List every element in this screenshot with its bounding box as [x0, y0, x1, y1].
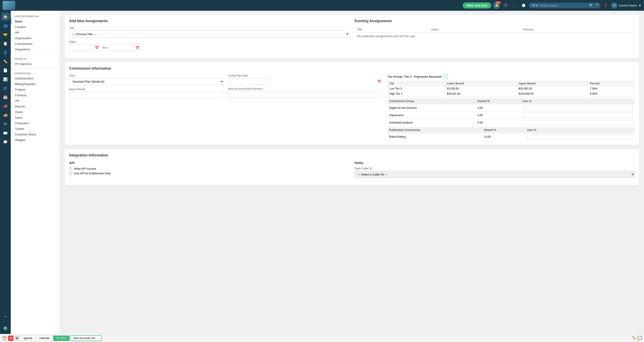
sidebar-item-tickets[interactable]: Tickets [11, 126, 60, 132]
existing-assignments-title: Existing Assignments [355, 19, 635, 23]
col-active: Active [429, 27, 522, 33]
search-scope-select[interactable]: All [531, 4, 539, 7]
bottom-tab-new-accounts[interactable]: New Accounts Per ... [70, 335, 102, 341]
icon-bar-truck[interactable]: 🚚 [1, 111, 10, 119]
icon-bar-edit[interactable]: ✏️ [1, 57, 10, 65]
icon-bar-document[interactable]: 📄 [1, 66, 10, 74]
base-percent-label: Base Percent [69, 88, 224, 91]
icon-bar-chart[interactable]: 📊 [1, 75, 10, 83]
tier-row-0-lower: $2,000.00 [445, 86, 517, 91]
twilio-panel: Twilio Twilio Caller ID — Select a Calle… [354, 161, 635, 181]
icon-bar-mail[interactable]: ✉️ [1, 129, 10, 137]
mail-bottom-icon[interactable]: ✉ [8, 335, 14, 341]
sidebar-item-sales[interactable]: Sales [11, 115, 60, 120]
sidebar-item-commissions[interactable]: Commissions [11, 41, 60, 47]
sidebar-item-location[interactable]: Location [11, 24, 60, 30]
allow-api-checkbox[interactable] [69, 167, 72, 170]
commission-title: Commission Information [69, 67, 635, 71]
permissions-section-label: PERMISSIONS [11, 71, 60, 76]
icon-bar-chat[interactable]: 💬 [1, 138, 10, 146]
api-panel: API Allow API Access Use API for Entitle… [69, 161, 350, 181]
mic-icon[interactable]: 🎤 [594, 4, 598, 7]
sidebar-item-production[interactable]: Production [11, 120, 60, 126]
icon-bar-megaphone[interactable]: 📣 [1, 102, 10, 110]
pc-col-default: Default % [482, 127, 525, 133]
icon-bar-settings[interactable]: ⚙️ [1, 324, 10, 332]
bottom-bar: ⏰ ✉ ⚙ agenda calendar TO-DO's New Accoun… [0, 334, 644, 342]
tier-link-icon[interactable]: ↗ [443, 74, 448, 79]
comp-plan-start-input[interactable]: 07/12/2022 [228, 78, 268, 85]
phone-icon[interactable]: 📞 [511, 2, 518, 9]
clock-icon[interactable]: 🕐 [520, 2, 527, 9]
sidebar-item-po-approval[interactable]: PO Approval [11, 61, 60, 67]
base-percent-input[interactable]: 25.00 [69, 92, 224, 98]
twilio-caller-id-select[interactable]: — Select a Caller ID — [354, 171, 635, 178]
icon-bar-cart[interactable]: 🛒 [1, 84, 10, 92]
add-icon[interactable]: ➕ [502, 2, 509, 9]
sidebar-item-reports[interactable]: Reports [11, 104, 60, 109]
title-label: Title [69, 27, 349, 30]
edit-bottom-icon[interactable]: ✏️ [632, 336, 636, 340]
entitlement-only-checkbox[interactable] [69, 172, 72, 175]
cg-row-2-user-input[interactable]: 5.00 [522, 120, 633, 125]
pc-row-0-user-input[interactable]: 10.00 [527, 134, 633, 139]
search-icon[interactable]: 🔍 [589, 4, 593, 7]
icon-bar-person[interactable]: 👤 [1, 48, 10, 56]
cg-row-2-group: Scheduled products [387, 119, 476, 126]
bottom-tab-agenda[interactable]: agenda [20, 335, 35, 341]
cg-row-0-user-input[interactable]: 0.00 [522, 105, 633, 110]
tier-row-0-pct: 7.50% [588, 86, 634, 91]
icon-bar-handshake[interactable]: 🤝 [1, 31, 10, 39]
cg-row-1-user-input[interactable]: 5.00 [522, 113, 633, 118]
icon-bar-expand[interactable]: ≫ [1, 312, 10, 320]
sidebar-item-home[interactable]: Home [11, 109, 60, 115]
tier-row-1-upper: $100,000.00 [517, 91, 588, 97]
kicker-help-icon[interactable]: ? [263, 88, 264, 90]
sidebar-item-basic[interactable]: Basic [11, 19, 60, 24]
col-remove: Remove [521, 27, 635, 33]
refer-earn-button[interactable]: Refer and Earn [463, 3, 491, 9]
icon-bar-calendar[interactable]: 📅 [1, 93, 10, 101]
calendar-to-icon[interactable]: 📅 [136, 46, 139, 50]
tier-row-1-pct: 8.00% [588, 91, 634, 97]
sidebar-item-widgets[interactable]: Widgets [11, 137, 60, 143]
icon-bar-word[interactable]: W [1, 120, 10, 128]
comp-plan-calendar-icon[interactable]: 📅 [377, 80, 381, 83]
chat-bottom-icon[interactable]: 💬 [637, 336, 642, 341]
sidebar-item-organization[interactable]: Organization [11, 35, 60, 41]
cg-col-default: Default % [476, 98, 521, 104]
icon-bar-home[interactable]: 🏠 [1, 13, 10, 21]
sidebar-item-hr[interactable]: HR [11, 30, 60, 35]
plan-info-icon[interactable]: ℹ [75, 74, 76, 77]
notifications-icon[interactable]: 🔔 99+ [493, 2, 500, 9]
pub-commission-table: Publication Commission Default % User % … [387, 127, 635, 140]
tier-row-1-lower: $30,001.00 [445, 91, 517, 97]
sidebar-item-billing[interactable]: Billing/Payables [11, 81, 60, 87]
title-select[interactable]: — Choose Title — [69, 31, 349, 38]
icon-bar-users[interactable]: 👥 [1, 22, 10, 30]
bottom-tab-todo[interactable]: TO-DO's [53, 335, 70, 341]
plan-label: Plan ℹ [69, 74, 224, 77]
app-logo[interactable] [3, 1, 15, 10]
settings-bottom-icon[interactable]: ⚙ [14, 335, 20, 341]
user-menu[interactable]: CP Cassie Pataro ▼ [611, 2, 641, 9]
calendar-from-icon[interactable]: 📅 [95, 46, 98, 50]
sidebar-item-hr-perm[interactable]: HR [11, 98, 60, 104]
help-icon[interactable]: ❓ [602, 2, 609, 9]
bottom-tab-calendar[interactable]: calendar [36, 335, 52, 341]
new-account-kicker-input[interactable]: 0.00 [228, 91, 383, 98]
icon-bar-clipboard[interactable]: 📋 [1, 39, 10, 48]
search-input[interactable] [540, 4, 588, 7]
sidebar-item-contacts[interactable]: Contacts [11, 92, 60, 98]
sidebar-item-customer-direct[interactable]: Customer Direct [11, 132, 60, 137]
pc-col-group: Publication Commission [387, 127, 482, 133]
sidebar: USER INFORMATION Basic Location HR Organ… [11, 11, 60, 334]
sidebar-item-integrations[interactable]: Integrations [11, 47, 60, 52]
cg-row-2-default: 5.00 [476, 119, 521, 126]
sidebar-item-administration[interactable]: Administration [11, 76, 60, 81]
pc-row-0: British Baking 10.00 10.00 [387, 133, 635, 141]
sidebar-item-projects[interactable]: Projects [11, 87, 60, 92]
twilio-caller-id-label: Twilio Caller ID [354, 167, 635, 170]
clock-bottom-icon[interactable]: ⏰ [2, 335, 7, 341]
plan-select[interactable]: Standard Plan (Model-B) [69, 78, 224, 85]
